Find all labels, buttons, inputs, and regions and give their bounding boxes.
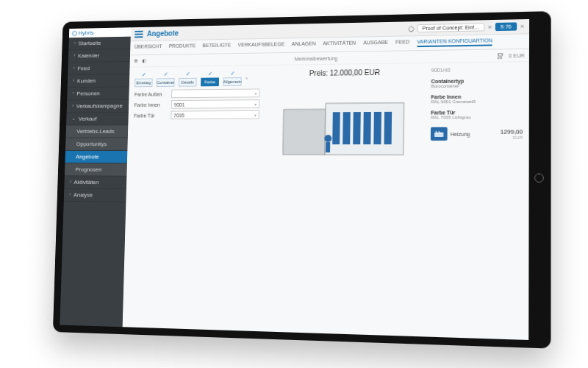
expand-icon[interactable]: ⊕ [134,58,138,64]
menu-icon[interactable] [135,30,143,38]
attr-farbeinnen: Farbe InnenRAL 9001 Cremeweiß [431,93,523,104]
sidebar-item-angebote[interactable]: Angebote [65,151,127,163]
chevron-right-icon: › [73,78,74,83]
sku-value: 9001/40 [431,66,523,73]
tab-feed[interactable]: FEED [395,39,409,47]
chevron-down-icon: ▾ [254,91,257,96]
cart-icon[interactable] [496,52,504,59]
tablet-home-button[interactable] [534,174,544,183]
sidebar-item-label: Aktivitäten [74,179,99,185]
sidebar-item-personen[interactable]: ›Personen [67,87,129,100]
position-value: 76 [506,24,512,29]
sidebar-item-label: Verkaufskampagne [76,103,123,110]
tab-verkaufsbelege[interactable]: VERKAUFSBELEGE [238,41,285,50]
step-label: Farbe [201,77,219,86]
step-label: Einstieg [135,79,152,88]
brand-icon [72,30,77,36]
svg-point-0 [72,31,76,35]
sidebar-item-kunden[interactable]: ›Kunden [68,74,130,88]
field-label: Farbe Außen [135,91,169,96]
price-label: Preis: [309,69,328,77]
svg-rect-6 [363,112,371,144]
collapse-icon[interactable]: ◐ [142,58,146,64]
price-value: 12.000,00 EUR [330,68,380,77]
field-label: Farbe Innen [134,102,168,107]
check-icon: ✓ [230,70,235,77]
sidebar-item-label: Analyse [74,191,93,198]
sidebar-item-label: Opportunitys [76,141,107,147]
tab-ausgabe[interactable]: AUSGABE [363,40,388,49]
attr-containertyp: ContainertypBürocontainer [431,78,523,89]
step-nav: ✓Einstieg✓Container✓Details✓Farbe✓Allgem… [135,70,260,87]
check-icon: ✓ [207,71,212,77]
sidebar-item-aktivitten[interactable]: ›Aktivitäten [64,176,126,189]
heater-icon [434,130,445,138]
step-label: Details [179,78,197,87]
field-label: Farbe Tür [134,113,168,118]
sidebar-item-label: Kunden [77,78,96,85]
field-value: 7035 [173,113,184,118]
sidebar-item-prognosen[interactable]: Prognosen [65,163,127,177]
breadcrumb-circle-icon: ◯ [408,26,414,32]
svg-rect-4 [343,112,351,144]
step-allgemein[interactable]: ✓Allgemein [223,70,242,86]
step-details[interactable]: ✓Details [179,71,197,87]
field-select[interactable]: ▾ [171,88,259,98]
chevron-right-icon: › [69,191,71,197]
sidebar-item-vertriebsleads[interactable]: Vertriebs-Leads [66,125,129,138]
breadcrumb-doc[interactable]: Proof of Concept: Einf… [417,23,484,32]
more-steps-icon[interactable]: › [245,75,248,82]
close-icon[interactable]: ✕ [488,24,492,30]
svg-rect-8 [384,112,392,144]
section-label: Merkmalbewertung [150,53,491,63]
main-panel: Angebote ◯ Proof of Concept: Einf… ✕ ⎘ 7… [123,19,529,340]
chevron-right-icon: › [72,103,74,108]
tab-anlagen[interactable]: ANLAGEN [292,41,316,49]
chevron-right-icon: › [74,40,76,46]
sidebar-item-verkauf[interactable]: ⌄Verkauf [66,113,129,126]
field-farbeauen: Farbe Außen▾ [135,88,260,98]
step-einstieg[interactable]: ✓Einstieg [135,71,153,87]
step-container[interactable]: ✓Container [157,71,175,87]
sidebar-item-opportunitys[interactable]: Opportunitys [65,138,128,151]
field-select[interactable]: 7035▾ [171,110,259,119]
sidebar-item-analyse[interactable]: ›Analyse [64,189,126,202]
tab-aktivitten[interactable]: AKTIVITÄTEN [323,40,356,49]
cart-total: 0 EUR [509,52,525,57]
svg-rect-10 [326,142,330,152]
attr-farbetr: Farbe TürRAL 7035 Lichtgrau [431,110,523,120]
chevron-down-icon: ▾ [254,102,257,107]
chevron-down-icon: ▾ [254,112,257,117]
addon-item[interactable]: Heizung 1299,00 EUR [431,127,523,141]
details-panel: 9001/40 ContainertypBürocontainerFarbe I… [429,66,523,335]
sidebar-item-kalender[interactable]: ›Kalender [68,49,130,63]
sidebar-item-label: Kalender [78,52,99,59]
tab-beteiligte[interactable]: BETEILIGTE [202,43,231,51]
attr-value: RAL 9001 Cremeweiß [431,99,523,104]
breadcrumb-position[interactable]: ⎘ 76 [495,22,517,31]
close-icon[interactable]: ✕ [520,24,524,29]
tab-produkte[interactable]: PRODUKTE [169,43,196,52]
container-illustration [282,96,407,163]
sidebar-item-label: Angebote [76,154,99,160]
chevron-right-icon: › [74,66,75,71]
field-list: Farbe Außen▾Farbe Innen9001▾Farbe Tür703… [134,88,259,119]
addon-price: 1299,00 EUR [501,128,523,139]
chevron-right-icon: › [74,53,75,58]
sidebar-item-startseite[interactable]: ›Startseite [68,37,130,51]
svg-rect-7 [373,112,381,144]
addon-price-value: 1299,00 [501,128,523,135]
addon-price-currency: EUR [501,135,523,139]
svg-rect-11 [434,132,443,137]
addon-name: Heizung [451,131,470,136]
tab-variantenkonfiguartion[interactable]: VARIANTEN KONFIGUARTION [417,38,492,47]
sidebar-item-feed[interactable]: ›Feed [68,62,129,75]
field-select[interactable]: 9001▾ [171,99,259,109]
sidebar-item-verkaufskampagne[interactable]: ›Verkaufskampagne [67,100,129,113]
tab-bersicht[interactable]: ÜBERSICHT [135,43,162,52]
step-farbe[interactable]: ✓Farbe [201,71,219,87]
svg-rect-5 [353,112,361,144]
attr-value: Bürocontainer [431,83,523,88]
field-farbeinnen: Farbe Innen9001▾ [134,99,259,109]
position-icon: ⎘ [501,24,503,29]
